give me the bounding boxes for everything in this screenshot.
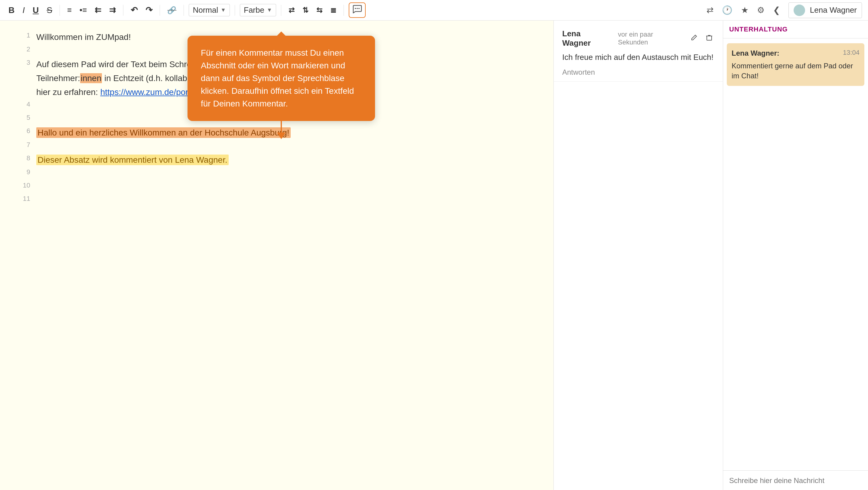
comment-tooltip: Für einen Kommentar musst Du einen Absch… xyxy=(187,36,375,121)
line-num-1: 1 xyxy=(18,30,36,39)
chat-panel: UNTERHALTUNG Lena Wagner: 13:04 Kommenti… xyxy=(723,21,868,490)
highlighted-word: innen xyxy=(80,73,102,83)
chat-empty-space xyxy=(723,91,868,470)
line-num-2: 2 xyxy=(18,43,36,53)
strikethrough-button[interactable]: S xyxy=(44,4,55,16)
comment-body: Ich freue mich auf den Austausch mit Euc… xyxy=(562,52,714,63)
line-content-8[interactable]: Dieser Absatz wird kommentiert von Lena … xyxy=(36,152,535,166)
line-10: 10 xyxy=(18,180,535,193)
color-dropdown[interactable]: Farbe ▼ xyxy=(240,4,276,16)
line-num-4: 4 xyxy=(18,99,36,108)
align-right-button[interactable]: ⇆ xyxy=(314,5,325,16)
line-11: 11 xyxy=(18,193,535,206)
line-7: 7 xyxy=(18,139,535,152)
share-icon[interactable]: ❮ xyxy=(773,5,780,15)
chat-input-area[interactable] xyxy=(723,470,868,490)
right-side: Lena Wagner vor ein paar Sekunden xyxy=(554,21,868,490)
comment-time: vor ein paar Sekunden xyxy=(618,31,684,46)
svg-rect-3 xyxy=(707,36,712,40)
list-unordered-button[interactable]: •≡ xyxy=(77,4,89,16)
align-left-button[interactable]: ⇄ xyxy=(286,5,297,16)
tooltip-arrow-down xyxy=(277,120,285,139)
right-toolbar: ⇄ 🕐 ★ ⚙ ❮ Lena Wagner xyxy=(707,2,862,18)
tooltip-arrow-head xyxy=(277,132,285,139)
history-icon[interactable]: 🕐 xyxy=(722,5,733,15)
line-content-10[interactable] xyxy=(36,180,535,181)
toolbar-sep-2 xyxy=(123,5,123,16)
line-num-3b xyxy=(18,71,36,72)
user-avatar xyxy=(794,4,805,16)
list-ordered-button[interactable]: ≡ xyxy=(65,4,74,16)
arrows-icon[interactable]: ⇄ xyxy=(707,5,713,15)
comment-button[interactable] xyxy=(350,4,364,16)
chat-message-author: Lena Wagner: xyxy=(732,49,779,57)
line-6-text: Hallo und ein herzliches Willkommen an d… xyxy=(36,127,291,138)
settings-icon[interactable]: ⚙ xyxy=(757,5,765,15)
user-badge[interactable]: Lena Wagner xyxy=(788,2,862,18)
chat-message-header: Lena Wagner: 13:04 xyxy=(732,48,860,58)
style-dropdown-label: Normal xyxy=(193,5,218,15)
undo-button[interactable]: ↶ xyxy=(128,4,140,16)
italic-button[interactable]: I xyxy=(20,4,27,16)
comment-author-name: Lena Wagner xyxy=(562,29,611,48)
link-button[interactable]: 🔗 xyxy=(165,5,179,16)
chat-message-time: 13:04 xyxy=(843,48,860,58)
redo-button[interactable]: ↷ xyxy=(143,4,155,16)
star-icon[interactable]: ★ xyxy=(741,5,748,15)
line-6: 6 Hallo und ein herzliches Willkommen an… xyxy=(18,125,535,139)
line-9: 9 xyxy=(18,166,535,180)
line-num-3: 3 xyxy=(18,57,36,66)
toolbar-sep-3 xyxy=(160,5,160,16)
toolbar-sep-4 xyxy=(184,5,184,16)
color-dropdown-label: Farbe xyxy=(244,5,264,15)
editor[interactable]: 1 Willkommen im ZUMpad! 2 3 Auf diesem P… xyxy=(0,21,554,490)
comment-button-wrap xyxy=(349,2,366,18)
indent-increase-button[interactable]: ⇉ xyxy=(107,4,118,16)
line-num-8: 8 xyxy=(18,152,36,162)
toolbar-sep-1 xyxy=(60,5,60,16)
toolbar: B I U S ≡ •≡ ⇇ ⇉ ↶ ↷ 🔗 Normal ▼ Farbe ▼ … xyxy=(0,0,868,21)
bold-button[interactable]: B xyxy=(6,4,17,16)
comment-delete-button[interactable] xyxy=(704,34,714,43)
comment-actions xyxy=(689,34,714,43)
line-num-5: 5 xyxy=(18,112,36,122)
line-num-9: 9 xyxy=(18,166,36,176)
color-dropdown-arrow: ▼ xyxy=(267,7,272,13)
line-num-11: 11 xyxy=(18,193,36,203)
svg-point-1 xyxy=(356,8,358,9)
line-8-text: Dieser Absatz wird kommentiert von Lena … xyxy=(36,155,229,165)
comment-panel: Lena Wagner vor ein paar Sekunden xyxy=(554,21,723,490)
line-num-7: 7 xyxy=(18,139,36,149)
unterhaltung-header: UNTERHALTUNG xyxy=(723,21,868,38)
line-num-6: 6 xyxy=(18,125,36,135)
comment-header: Lena Wagner vor ein paar Sekunden xyxy=(554,21,723,82)
line-content-9[interactable] xyxy=(36,166,535,167)
line-content-11[interactable] xyxy=(36,193,535,194)
align-justify-button[interactable]: ≣ xyxy=(328,5,339,16)
line-content-7[interactable] xyxy=(36,139,535,140)
svg-point-2 xyxy=(359,8,360,9)
svg-point-0 xyxy=(355,8,356,9)
indent-decrease-button[interactable]: ⇇ xyxy=(92,4,104,16)
tooltip-arrow-line xyxy=(281,120,282,132)
underline-button[interactable]: U xyxy=(30,4,41,16)
chat-message-text: Kommentiert gerne auf dem Pad oder im Ch… xyxy=(732,61,860,81)
align-center-button[interactable]: ⇅ xyxy=(300,5,311,16)
toolbar-sep-7 xyxy=(344,5,344,16)
toolbar-sep-6 xyxy=(281,5,281,16)
tooltip-text: Für einen Kommentar musst Du einen Absch… xyxy=(201,48,354,108)
main: 1 Willkommen im ZUMpad! 2 3 Auf diesem P… xyxy=(0,21,868,490)
comment-author-row: Lena Wagner vor ein paar Sekunden xyxy=(562,29,714,48)
line-num-10: 10 xyxy=(18,180,36,189)
style-dropdown-arrow: ▼ xyxy=(220,7,226,13)
chat-message: Lena Wagner: 13:04 Kommentiert gerne auf… xyxy=(727,43,864,86)
chat-input[interactable] xyxy=(729,477,862,485)
user-name: Lena Wagner xyxy=(810,5,857,15)
line-num-3c xyxy=(18,85,36,87)
line-content-6[interactable]: Hallo und ein herzliches Willkommen an d… xyxy=(36,125,535,139)
style-dropdown[interactable]: Normal ▼ xyxy=(189,4,230,16)
line-8: 8 Dieser Absatz wird kommentiert von Len… xyxy=(18,152,535,166)
comment-edit-button[interactable] xyxy=(689,34,699,43)
reply-button[interactable]: Antworten xyxy=(562,68,714,76)
